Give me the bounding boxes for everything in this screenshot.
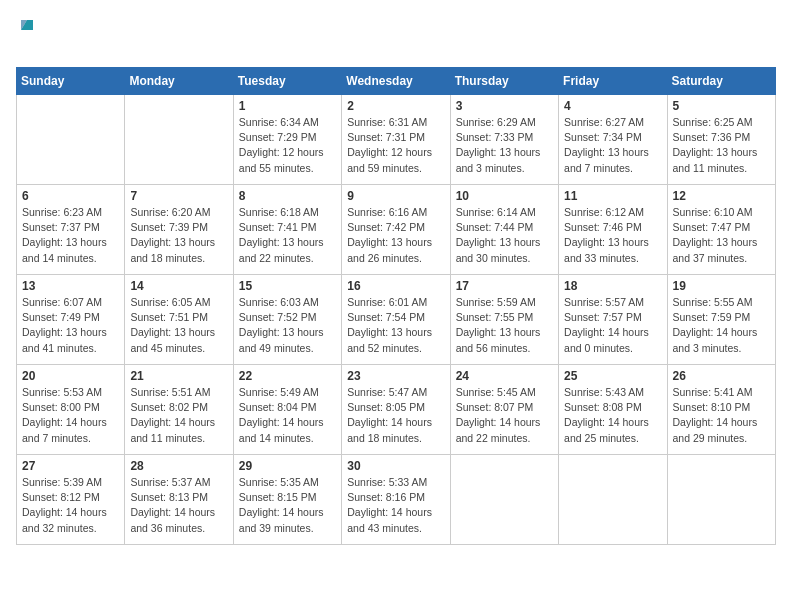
calendar-day-cell: 22Sunrise: 5:49 AM Sunset: 8:04 PM Dayli… — [233, 365, 341, 455]
day-info: Sunrise: 6:14 AM Sunset: 7:44 PM Dayligh… — [456, 205, 553, 266]
calendar-day-cell: 1Sunrise: 6:34 AM Sunset: 7:29 PM Daylig… — [233, 95, 341, 185]
day-info: Sunrise: 5:59 AM Sunset: 7:55 PM Dayligh… — [456, 295, 553, 356]
calendar-day-cell: 8Sunrise: 6:18 AM Sunset: 7:41 PM Daylig… — [233, 185, 341, 275]
calendar-day-cell: 13Sunrise: 6:07 AM Sunset: 7:49 PM Dayli… — [17, 275, 125, 365]
day-number: 28 — [130, 459, 227, 473]
day-number: 16 — [347, 279, 444, 293]
calendar-week-row: 27Sunrise: 5:39 AM Sunset: 8:12 PM Dayli… — [17, 455, 776, 545]
calendar-day-cell: 17Sunrise: 5:59 AM Sunset: 7:55 PM Dayli… — [450, 275, 558, 365]
day-info: Sunrise: 5:47 AM Sunset: 8:05 PM Dayligh… — [347, 385, 444, 446]
calendar-day-cell — [667, 455, 775, 545]
page-header — [16, 16, 776, 57]
day-number: 15 — [239, 279, 336, 293]
day-info: Sunrise: 5:43 AM Sunset: 8:08 PM Dayligh… — [564, 385, 661, 446]
calendar-day-cell — [17, 95, 125, 185]
calendar-day-cell: 18Sunrise: 5:57 AM Sunset: 7:57 PM Dayli… — [559, 275, 667, 365]
day-number: 24 — [456, 369, 553, 383]
calendar-week-row: 13Sunrise: 6:07 AM Sunset: 7:49 PM Dayli… — [17, 275, 776, 365]
day-info: Sunrise: 6:29 AM Sunset: 7:33 PM Dayligh… — [456, 115, 553, 176]
calendar-day-cell: 26Sunrise: 5:41 AM Sunset: 8:10 PM Dayli… — [667, 365, 775, 455]
day-info: Sunrise: 6:16 AM Sunset: 7:42 PM Dayligh… — [347, 205, 444, 266]
header-tuesday: Tuesday — [233, 68, 341, 95]
logo-arrow-icon — [19, 16, 35, 36]
day-number: 10 — [456, 189, 553, 203]
calendar-day-cell: 29Sunrise: 5:35 AM Sunset: 8:15 PM Dayli… — [233, 455, 341, 545]
day-number: 20 — [22, 369, 119, 383]
day-number: 12 — [673, 189, 770, 203]
day-number: 19 — [673, 279, 770, 293]
day-info: Sunrise: 5:53 AM Sunset: 8:00 PM Dayligh… — [22, 385, 119, 446]
calendar-day-cell: 20Sunrise: 5:53 AM Sunset: 8:00 PM Dayli… — [17, 365, 125, 455]
day-info: Sunrise: 6:07 AM Sunset: 7:49 PM Dayligh… — [22, 295, 119, 356]
day-number: 26 — [673, 369, 770, 383]
day-number: 23 — [347, 369, 444, 383]
calendar-day-cell: 21Sunrise: 5:51 AM Sunset: 8:02 PM Dayli… — [125, 365, 233, 455]
day-number: 11 — [564, 189, 661, 203]
day-number: 27 — [22, 459, 119, 473]
header-wednesday: Wednesday — [342, 68, 450, 95]
calendar-day-cell: 28Sunrise: 5:37 AM Sunset: 8:13 PM Dayli… — [125, 455, 233, 545]
day-info: Sunrise: 5:45 AM Sunset: 8:07 PM Dayligh… — [456, 385, 553, 446]
calendar-week-row: 6Sunrise: 6:23 AM Sunset: 7:37 PM Daylig… — [17, 185, 776, 275]
calendar-day-cell: 6Sunrise: 6:23 AM Sunset: 7:37 PM Daylig… — [17, 185, 125, 275]
header-sunday: Sunday — [17, 68, 125, 95]
day-info: Sunrise: 6:20 AM Sunset: 7:39 PM Dayligh… — [130, 205, 227, 266]
calendar-week-row: 1Sunrise: 6:34 AM Sunset: 7:29 PM Daylig… — [17, 95, 776, 185]
day-info: Sunrise: 6:23 AM Sunset: 7:37 PM Dayligh… — [22, 205, 119, 266]
day-number: 8 — [239, 189, 336, 203]
calendar-day-cell: 19Sunrise: 5:55 AM Sunset: 7:59 PM Dayli… — [667, 275, 775, 365]
calendar-week-row: 20Sunrise: 5:53 AM Sunset: 8:00 PM Dayli… — [17, 365, 776, 455]
calendar-day-cell: 12Sunrise: 6:10 AM Sunset: 7:47 PM Dayli… — [667, 185, 775, 275]
calendar-day-cell: 23Sunrise: 5:47 AM Sunset: 8:05 PM Dayli… — [342, 365, 450, 455]
day-number: 3 — [456, 99, 553, 113]
logo — [16, 16, 35, 57]
day-info: Sunrise: 6:34 AM Sunset: 7:29 PM Dayligh… — [239, 115, 336, 176]
day-number: 2 — [347, 99, 444, 113]
day-info: Sunrise: 5:55 AM Sunset: 7:59 PM Dayligh… — [673, 295, 770, 356]
day-info: Sunrise: 5:51 AM Sunset: 8:02 PM Dayligh… — [130, 385, 227, 446]
calendar-day-cell: 5Sunrise: 6:25 AM Sunset: 7:36 PM Daylig… — [667, 95, 775, 185]
day-info: Sunrise: 5:49 AM Sunset: 8:04 PM Dayligh… — [239, 385, 336, 446]
day-number: 13 — [22, 279, 119, 293]
calendar-day-cell — [559, 455, 667, 545]
day-number: 4 — [564, 99, 661, 113]
calendar-day-cell: 27Sunrise: 5:39 AM Sunset: 8:12 PM Dayli… — [17, 455, 125, 545]
calendar-day-cell: 9Sunrise: 6:16 AM Sunset: 7:42 PM Daylig… — [342, 185, 450, 275]
day-info: Sunrise: 6:31 AM Sunset: 7:31 PM Dayligh… — [347, 115, 444, 176]
calendar-day-cell: 25Sunrise: 5:43 AM Sunset: 8:08 PM Dayli… — [559, 365, 667, 455]
day-number: 21 — [130, 369, 227, 383]
day-number: 25 — [564, 369, 661, 383]
day-info: Sunrise: 5:35 AM Sunset: 8:15 PM Dayligh… — [239, 475, 336, 536]
day-info: Sunrise: 6:10 AM Sunset: 7:47 PM Dayligh… — [673, 205, 770, 266]
header-monday: Monday — [125, 68, 233, 95]
calendar-table: SundayMondayTuesdayWednesdayThursdayFrid… — [16, 67, 776, 545]
day-info: Sunrise: 6:03 AM Sunset: 7:52 PM Dayligh… — [239, 295, 336, 356]
day-number: 9 — [347, 189, 444, 203]
calendar-day-cell: 11Sunrise: 6:12 AM Sunset: 7:46 PM Dayli… — [559, 185, 667, 275]
calendar-day-cell — [125, 95, 233, 185]
header-thursday: Thursday — [450, 68, 558, 95]
day-number: 7 — [130, 189, 227, 203]
calendar-day-cell: 15Sunrise: 6:03 AM Sunset: 7:52 PM Dayli… — [233, 275, 341, 365]
day-number: 6 — [22, 189, 119, 203]
calendar-header-row: SundayMondayTuesdayWednesdayThursdayFrid… — [17, 68, 776, 95]
calendar-day-cell: 3Sunrise: 6:29 AM Sunset: 7:33 PM Daylig… — [450, 95, 558, 185]
calendar-day-cell: 16Sunrise: 6:01 AM Sunset: 7:54 PM Dayli… — [342, 275, 450, 365]
calendar-day-cell: 14Sunrise: 6:05 AM Sunset: 7:51 PM Dayli… — [125, 275, 233, 365]
day-number: 1 — [239, 99, 336, 113]
header-friday: Friday — [559, 68, 667, 95]
day-info: Sunrise: 6:12 AM Sunset: 7:46 PM Dayligh… — [564, 205, 661, 266]
day-number: 29 — [239, 459, 336, 473]
day-info: Sunrise: 6:18 AM Sunset: 7:41 PM Dayligh… — [239, 205, 336, 266]
day-number: 14 — [130, 279, 227, 293]
day-number: 5 — [673, 99, 770, 113]
header-saturday: Saturday — [667, 68, 775, 95]
calendar-day-cell: 10Sunrise: 6:14 AM Sunset: 7:44 PM Dayli… — [450, 185, 558, 275]
calendar-day-cell — [450, 455, 558, 545]
day-number: 17 — [456, 279, 553, 293]
calendar-day-cell: 7Sunrise: 6:20 AM Sunset: 7:39 PM Daylig… — [125, 185, 233, 275]
day-info: Sunrise: 6:27 AM Sunset: 7:34 PM Dayligh… — [564, 115, 661, 176]
day-info: Sunrise: 6:05 AM Sunset: 7:51 PM Dayligh… — [130, 295, 227, 356]
calendar-day-cell: 24Sunrise: 5:45 AM Sunset: 8:07 PM Dayli… — [450, 365, 558, 455]
day-info: Sunrise: 6:01 AM Sunset: 7:54 PM Dayligh… — [347, 295, 444, 356]
